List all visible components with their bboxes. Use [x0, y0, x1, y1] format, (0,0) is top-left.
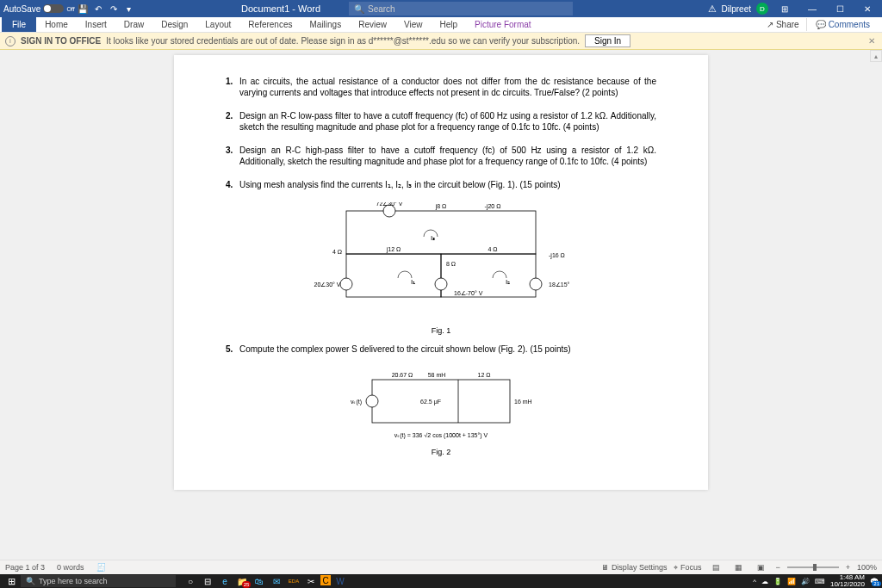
svg-text:58 mH: 58 mH [428, 372, 446, 378]
spelling-icon[interactable]: 🧾 [96, 563, 106, 572]
zoom-out-button[interactable]: − [775, 563, 780, 572]
word-count[interactable]: 0 words [57, 563, 84, 572]
tab-home[interactable]: Home [36, 17, 77, 32]
undo-icon[interactable]: ↶ [90, 2, 106, 15]
share-button[interactable]: ↗Share [760, 18, 807, 31]
comments-button[interactable]: 💬Comments [809, 18, 877, 31]
svg-text:vₛ(t): vₛ(t) [351, 399, 362, 405]
figure-2: vₛ(t) 20.67 Ω 58 mH 12 Ω 62.5 μF 16 mH v… [226, 367, 656, 458]
zoom-slider[interactable] [787, 566, 839, 568]
autosave-state: Off [66, 6, 74, 12]
tab-references[interactable]: References [239, 17, 301, 32]
save-icon[interactable]: 💾 [75, 2, 90, 15]
system-tray: ^ ☁ 🔋 📶 🔊 ⌨ 1:48 AM 10/12/2020 💬21 [753, 574, 879, 588]
start-button[interactable]: ⊞ [3, 574, 19, 588]
tab-review[interactable]: Review [350, 17, 395, 32]
wifi-icon[interactable]: 📶 [787, 578, 796, 585]
svg-text:16 mH: 16 mH [514, 399, 532, 405]
svg-text:vₛ(t) = 336 √2 cos (1000t + 13: vₛ(t) = 336 √2 cos (1000t + 135°) V [394, 432, 488, 439]
title-bar: AutoSave Off 💾 ↶ ↷ ▾ Document1 - Word 🔍 … [0, 0, 882, 17]
display-settings-button[interactable]: 🖥 Display Settings [601, 563, 667, 572]
figure-1: 72∠30° V 20∠30° V 16∠-70° V 18∠15° V j8 … [226, 202, 656, 337]
svg-text:12 Ω: 12 Ω [478, 372, 491, 378]
page-indicator[interactable]: Page 1 of 3 [5, 563, 45, 572]
scroll-up-icon[interactable]: ▴ [870, 50, 882, 62]
svg-text:-j20 Ω: -j20 Ω [485, 203, 501, 210]
figure-1-label: Fig. 1 [226, 326, 656, 337]
svg-point-3 [383, 205, 395, 217]
tab-help[interactable]: Help [431, 17, 466, 32]
svg-text:j12 Ω: j12 Ω [386, 246, 401, 253]
taskbar-icons: ○ ⊟ e 📁 🛍 ✉ EDA ✂ C W [183, 575, 348, 587]
tab-view[interactable]: View [395, 17, 432, 32]
word-icon[interactable]: W [332, 575, 348, 587]
svg-rect-21 [372, 380, 510, 423]
search-icon: 🔍 [354, 4, 364, 14]
circuit-diagram-1: 72∠30° V 20∠30° V 16∠-70° V 18∠15° V j8 … [312, 202, 570, 323]
sign-in-button[interactable]: Sign In [585, 34, 630, 47]
document-page: 1. In ac circuits, the actual resistance… [174, 55, 708, 490]
circuit-diagram-2: vₛ(t) 20.67 Ω 58 mH 12 Ω 62.5 μF 16 mH v… [346, 367, 536, 444]
tab-layout[interactable]: Layout [196, 17, 239, 32]
maximize-button[interactable]: ☐ [829, 0, 851, 17]
info-message: It looks like your stored credentials ar… [106, 36, 580, 46]
volume-icon[interactable]: 🔊 [801, 578, 810, 585]
notifications-icon[interactable]: 💬21 [870, 578, 879, 585]
user-area: ⚠ Dilpreet D ⊞ — ☐ ✕ [708, 0, 879, 17]
language-icon[interactable]: ⌨ [815, 578, 825, 585]
zoom-in-button[interactable]: + [846, 563, 850, 572]
cortana-icon[interactable]: ○ [183, 575, 198, 587]
ribbon-display-icon[interactable]: ⊞ [773, 0, 796, 17]
svg-text:72∠30° V: 72∠30° V [376, 202, 403, 207]
tab-mailings[interactable]: Mailings [301, 17, 350, 32]
store-icon[interactable]: 🛍 [252, 575, 267, 587]
tab-insert[interactable]: Insert [77, 17, 115, 32]
vertical-scrollbar[interactable]: ▴ [870, 50, 882, 560]
warning-icon[interactable]: ⚠ [708, 3, 717, 15]
tab-design[interactable]: Design [152, 17, 196, 32]
battery-icon[interactable]: 🔋 [773, 578, 782, 585]
svg-point-7 [435, 278, 447, 290]
read-mode-icon[interactable]: ▤ [708, 561, 724, 573]
tab-draw[interactable]: Draw [115, 17, 152, 32]
edge-icon[interactable]: e [217, 575, 233, 587]
svg-text:I₁: I₁ [411, 278, 415, 286]
search-icon: 🔍 [26, 577, 35, 585]
search-box[interactable]: 🔍 Search [349, 2, 573, 15]
web-layout-icon[interactable]: ▣ [753, 561, 768, 573]
taskbar-search[interactable]: 🔍 Type here to search [21, 575, 176, 587]
tray-expand-icon[interactable]: ^ [753, 578, 756, 585]
svg-rect-1 [346, 254, 441, 297]
svg-text:62.5 μF: 62.5 μF [420, 399, 441, 405]
question-4: 4. Using mesh analysis find the currents… [226, 179, 656, 190]
svg-text:I₃: I₃ [431, 234, 435, 242]
question-1: 1. In ac circuits, the actual resistance… [226, 76, 656, 98]
explorer-icon[interactable]: 📁 [234, 575, 250, 587]
app-c-icon[interactable]: C [320, 575, 331, 585]
question-2: 2. Design an R-C low-pass filter to have… [226, 110, 656, 133]
document-area: ▴ 1. In ac circuits, the actual resistan… [0, 50, 882, 560]
minimize-button[interactable]: — [801, 0, 823, 17]
eda-app-icon[interactable]: EDA [286, 575, 301, 587]
svg-text:8 Ω: 8 Ω [446, 261, 456, 267]
tab-file[interactable]: File [2, 17, 36, 32]
close-button[interactable]: ✕ [856, 0, 879, 17]
focus-button[interactable]: ⌖ Focus [674, 563, 701, 573]
snip-icon[interactable]: ✂ [303, 575, 319, 587]
question-3: 3. Design an R-C high-pass filter to hav… [226, 145, 656, 167]
tab-picture-format[interactable]: Picture Format [466, 17, 540, 32]
mail-icon[interactable]: ✉ [269, 575, 284, 587]
svg-text:16∠-70° V: 16∠-70° V [454, 290, 483, 296]
zoom-level[interactable]: 100% [857, 563, 877, 572]
task-view-icon[interactable]: ⊟ [200, 575, 215, 587]
autosave-toggle[interactable] [43, 4, 64, 13]
redo-icon[interactable]: ↷ [106, 2, 121, 15]
search-placeholder: Search [368, 4, 395, 14]
user-avatar[interactable]: D [756, 3, 768, 15]
onedrive-icon[interactable]: ☁ [761, 578, 768, 585]
clock[interactable]: 1:48 AM 10/12/2020 [830, 574, 865, 588]
print-layout-icon[interactable]: ▦ [730, 561, 746, 573]
svg-rect-0 [346, 211, 536, 254]
info-close-icon[interactable]: ✕ [868, 36, 875, 46]
qat-dropdown-icon[interactable]: ▾ [121, 2, 137, 15]
